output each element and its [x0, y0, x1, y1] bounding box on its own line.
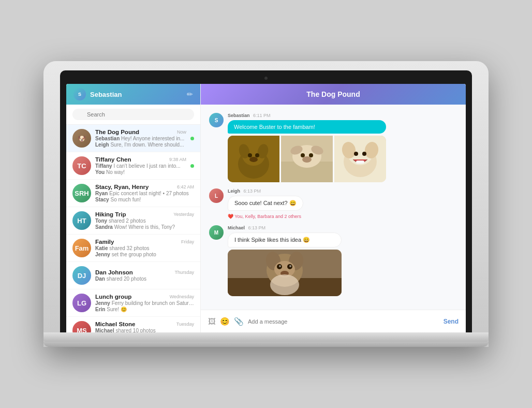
list-item[interactable]: DJ Dan Johnson Thursday Dan shared 20 ph… [66, 262, 200, 289]
conv-time: 6:42 AM [177, 184, 194, 190]
conv-name: The Dog Pound [95, 129, 139, 135]
edit-icon[interactable]: ✏ [187, 90, 193, 98]
svg-point-22 [362, 152, 366, 156]
svg-point-7 [249, 157, 258, 162]
online-indicator [190, 137, 194, 140]
list-item[interactable]: TC Tiffany Chen 9:38 AM Tiffany I can't … [66, 152, 200, 180]
msg-avatar: M [209, 225, 224, 240]
conversation-list: 🐶 The Dog Pound Now Sebastian Hey! Anyon… [66, 125, 200, 332]
conv-preview2: You No way! [95, 169, 186, 175]
conv-time: Wednesday [170, 294, 194, 299]
chat-title: The Dog Pound [306, 90, 360, 98]
laptop-base [43, 332, 489, 342]
conv-time: Friday [181, 239, 194, 244]
svg-point-13 [301, 153, 305, 157]
msg-avatar: L [209, 188, 224, 203]
message-input[interactable] [248, 318, 439, 325]
conv-preview: Katie shared 32 photos [95, 245, 194, 251]
photo-grid [228, 136, 386, 182]
app-container: S Sebastian ✏ 🔍 [66, 84, 466, 332]
photo-cell [334, 136, 386, 182]
message-row: M Michael 6:13 PM I think Spike likes th… [209, 225, 457, 296]
conv-name: Hiking Trip [95, 211, 126, 217]
svg-point-5 [248, 153, 252, 157]
search-wrapper: 🔍 [72, 109, 194, 120]
laptop-screen: S Sebastian ✏ 🔍 [66, 84, 466, 332]
msg-sender-time: Leigh 6:13 PM [228, 188, 303, 194]
conv-content: Dan Johnson Thursday Dan shared 20 photo… [95, 269, 194, 282]
conv-header: Michael Stone Tuesday [95, 321, 194, 327]
laptop-frame: S Sebastian ✏ 🔍 [43, 61, 489, 347]
conv-avatar: HT [72, 211, 91, 230]
conv-preview: Tiffany I can't believe I just ran into.… [95, 163, 186, 169]
svg-point-32 [279, 265, 281, 267]
user-avatar: S [73, 88, 86, 100]
conv-name: Stacy, Ryan, Henry [95, 184, 149, 190]
conv-content: Lunch group Wednesday Jenny Ferry buildi… [95, 294, 194, 312]
conv-preview2: Jenny set the group photo [95, 252, 194, 257]
conv-name: Family [95, 239, 114, 245]
conv-content: Tiffany Chen 9:38 AM Tiffany I can't bel… [95, 156, 186, 175]
svg-point-35 [270, 274, 299, 295]
conv-preview: Dan shared 20 photos [95, 276, 194, 282]
conv-header: Tiffany Chen 9:38 AM [95, 156, 186, 163]
msg-sender-time: Michael 6:13 PM [228, 225, 342, 230]
conv-preview: Ryan Epic concert last night! • 27 photo… [95, 191, 194, 196]
conv-time: Thursday [174, 270, 194, 275]
msg-content: Sebastian 6:11 PM Welcome Buster to the … [228, 113, 386, 182]
conv-content: The Dog Pound Now Sebastian Hey! Anyone … [95, 129, 186, 148]
conv-preview2: Sandra Wow! Where is this, Tony? [95, 224, 194, 230]
conv-name: Dan Johnson [95, 269, 133, 275]
conv-time: Now [177, 129, 186, 135]
svg-point-6 [255, 153, 259, 157]
conv-preview2: Leigh Sure, I'm down. Where should... [95, 142, 186, 148]
conv-content: Family Friday Katie shared 32 photos Jen… [95, 239, 194, 257]
conv-avatar: Fam [72, 239, 91, 257]
conv-name: Michael Stone [95, 321, 135, 327]
conv-avatar: TC [72, 156, 91, 175]
image-icon[interactable]: 🖼 [208, 317, 216, 326]
msg-bubble: Welcome Buster to the fambam! [228, 120, 386, 134]
svg-point-33 [289, 265, 291, 267]
svg-rect-23 [356, 161, 364, 164]
conv-preview2: Erin Sure! 😊 [95, 307, 194, 312]
msg-bubble: I think Spike likes this idea 😄 [228, 232, 342, 247]
conv-header: Stacy, Ryan, Henry 6:42 AM [95, 184, 194, 190]
conv-avatar: LG [72, 294, 91, 312]
attachment-icon[interactable]: 📎 [234, 317, 244, 326]
message-row: L Leigh 6:13 PM Sooo cute! Cat next? 😄 ❤… [209, 188, 457, 219]
conv-header: Family Friday [95, 239, 194, 245]
sidebar-username: Sebastian [90, 91, 122, 98]
chat-messages: S Sebastian 6:11 PM Welcome Buster to th… [201, 105, 466, 310]
sidebar-user: S Sebastian [73, 88, 122, 100]
conv-avatar: SRH [72, 184, 91, 202]
svg-point-15 [302, 156, 312, 163]
input-icons: 🖼 😊 📎 [208, 317, 244, 326]
camera [264, 77, 268, 80]
list-item[interactable]: 🐶 The Dog Pound Now Sebastian Hey! Anyon… [66, 125, 200, 152]
svg-point-21 [354, 152, 358, 156]
photo-cell [281, 136, 333, 182]
conv-header: The Dog Pound Now [95, 129, 186, 135]
chat-input-bar: 🖼 😊 📎 Send [201, 310, 466, 332]
chat-area: The Dog Pound S Sebastian 6:11 PM Welcom… [201, 84, 466, 332]
send-button[interactable]: Send [444, 318, 459, 325]
conv-content: Hiking Trip Yesterday Tony shared 2 phot… [95, 211, 194, 230]
search-input[interactable] [72, 109, 194, 120]
conv-content: Stacy, Ryan, Henry 6:42 AM Ryan Epic con… [95, 184, 194, 202]
list-item[interactable]: Fam Family Friday Katie shared 32 photos… [66, 235, 200, 262]
photo-cell [228, 136, 279, 182]
conv-avatar: 🐶 [72, 129, 91, 148]
conv-time: Tuesday [176, 322, 194, 327]
msg-content: Leigh 6:13 PM Sooo cute! Cat next? 😄 ❤️ … [228, 188, 303, 219]
list-item[interactable]: SRH Stacy, Ryan, Henry 6:42 AM Ryan Epic… [66, 180, 200, 207]
list-item[interactable]: LG Lunch group Wednesday Jenny Ferry bui… [66, 289, 200, 317]
conv-preview: Tony shared 2 photos [95, 218, 194, 224]
conv-name: Tiffany Chen [95, 156, 131, 163]
list-item[interactable]: MS Michael Stone Tuesday Michael shared … [66, 317, 200, 332]
conv-avatar: DJ [72, 266, 91, 285]
emoji-icon[interactable]: 😊 [220, 317, 230, 326]
msg-content: Michael 6:13 PM I think Spike likes this… [228, 225, 342, 296]
chat-header: The Dog Pound [201, 84, 466, 105]
list-item[interactable]: HT Hiking Trip Yesterday Tony shared 2 p… [66, 207, 200, 235]
